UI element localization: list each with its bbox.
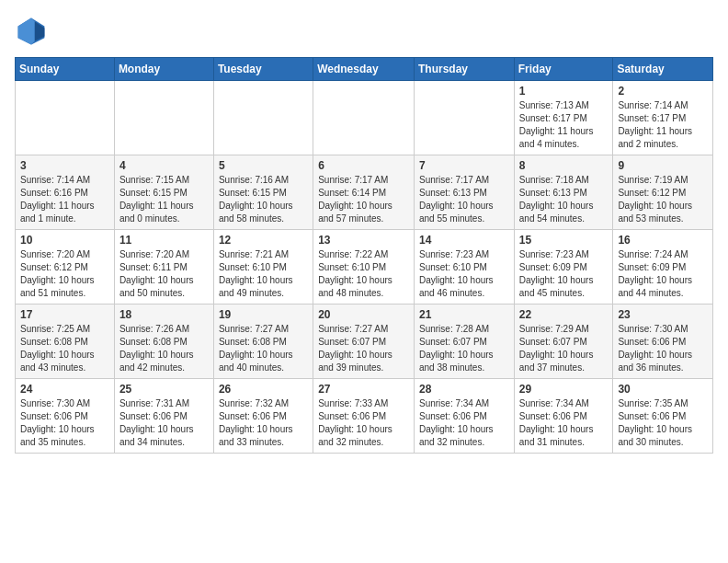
day-info: Sunrise: 7:26 AM Sunset: 6:08 PM Dayligh… [119, 323, 210, 374]
calendar-week-row: 3Sunrise: 7:14 AM Sunset: 6:16 PM Daylig… [16, 155, 713, 230]
day-info: Sunrise: 7:34 AM Sunset: 6:06 PM Dayligh… [419, 397, 510, 449]
calendar-day-cell: 16Sunrise: 7:24 AM Sunset: 6:09 PM Dayli… [613, 230, 713, 304]
calendar-day-cell: 11Sunrise: 7:20 AM Sunset: 6:11 PM Dayli… [114, 230, 213, 304]
calendar-day-cell: 17Sunrise: 7:25 AM Sunset: 6:08 PM Dayli… [16, 304, 115, 379]
calendar-day-cell: 23Sunrise: 7:30 AM Sunset: 6:06 PM Dayli… [613, 304, 713, 379]
day-info: Sunrise: 7:30 AM Sunset: 6:06 PM Dayligh… [618, 323, 709, 374]
day-number: 7 [419, 159, 510, 172]
calendar-day-cell: 4Sunrise: 7:15 AM Sunset: 6:15 PM Daylig… [114, 155, 213, 230]
calendar-day-cell [415, 81, 515, 155]
calendar-day-cell: 14Sunrise: 7:23 AM Sunset: 6:10 PM Dayli… [415, 230, 515, 304]
day-number: 3 [20, 159, 110, 172]
calendar-day-cell: 1Sunrise: 7:13 AM Sunset: 6:17 PM Daylig… [514, 81, 613, 155]
day-number: 18 [119, 308, 210, 321]
calendar-day-cell: 13Sunrise: 7:22 AM Sunset: 6:10 PM Dayli… [313, 230, 415, 304]
calendar-day-cell [213, 81, 313, 155]
calendar-header-row: SundayMondayTuesdayWednesdayThursdayFrid… [16, 58, 713, 81]
page: SundayMondayTuesdayWednesdayThursdayFrid… [0, 0, 728, 465]
day-number: 24 [20, 383, 110, 396]
day-info: Sunrise: 7:18 AM Sunset: 6:13 PM Dayligh… [519, 174, 609, 225]
day-number: 6 [318, 159, 410, 172]
day-number: 5 [219, 159, 309, 172]
calendar-day-cell: 18Sunrise: 7:26 AM Sunset: 6:08 PM Dayli… [114, 304, 213, 379]
calendar-day-cell: 10Sunrise: 7:20 AM Sunset: 6:12 PM Dayli… [16, 230, 115, 304]
calendar-day-cell: 6Sunrise: 7:17 AM Sunset: 6:14 PM Daylig… [313, 155, 415, 230]
day-number: 14 [419, 234, 510, 247]
day-info: Sunrise: 7:17 AM Sunset: 6:14 PM Dayligh… [318, 174, 410, 225]
day-info: Sunrise: 7:33 AM Sunset: 6:06 PM Dayligh… [318, 397, 410, 449]
day-info: Sunrise: 7:16 AM Sunset: 6:15 PM Dayligh… [219, 174, 309, 225]
day-info: Sunrise: 7:28 AM Sunset: 6:07 PM Dayligh… [419, 323, 510, 374]
logo-icon [15, 15, 48, 48]
calendar-day-header: Saturday [613, 58, 713, 81]
calendar-day-header: Wednesday [313, 58, 415, 81]
day-info: Sunrise: 7:27 AM Sunset: 6:08 PM Dayligh… [219, 323, 309, 374]
day-number: 16 [618, 234, 709, 247]
day-info: Sunrise: 7:24 AM Sunset: 6:09 PM Dayligh… [618, 248, 709, 300]
day-info: Sunrise: 7:14 AM Sunset: 6:16 PM Dayligh… [20, 174, 110, 225]
day-number: 10 [20, 234, 110, 247]
calendar-day-cell: 19Sunrise: 7:27 AM Sunset: 6:08 PM Dayli… [213, 304, 313, 379]
day-info: Sunrise: 7:35 AM Sunset: 6:06 PM Dayligh… [618, 397, 709, 449]
calendar-day-header: Monday [114, 58, 213, 81]
day-info: Sunrise: 7:29 AM Sunset: 6:07 PM Dayligh… [519, 323, 609, 374]
day-number: 17 [20, 308, 110, 321]
day-info: Sunrise: 7:20 AM Sunset: 6:11 PM Dayligh… [119, 248, 210, 300]
day-number: 30 [618, 383, 709, 396]
calendar-day-header: Tuesday [213, 58, 313, 81]
calendar-day-cell: 22Sunrise: 7:29 AM Sunset: 6:07 PM Dayli… [514, 304, 613, 379]
day-info: Sunrise: 7:31 AM Sunset: 6:06 PM Dayligh… [119, 397, 210, 449]
day-number: 27 [318, 383, 410, 396]
calendar-day-cell [114, 81, 213, 155]
day-info: Sunrise: 7:13 AM Sunset: 6:17 PM Dayligh… [519, 99, 609, 151]
calendar-day-cell: 3Sunrise: 7:14 AM Sunset: 6:16 PM Daylig… [16, 155, 115, 230]
day-number: 2 [618, 85, 709, 98]
calendar-table: SundayMondayTuesdayWednesdayThursdayFrid… [15, 57, 713, 454]
day-number: 20 [318, 308, 410, 321]
day-number: 15 [519, 234, 609, 247]
calendar-day-cell: 25Sunrise: 7:31 AM Sunset: 6:06 PM Dayli… [114, 379, 213, 454]
day-info: Sunrise: 7:34 AM Sunset: 6:06 PM Dayligh… [519, 397, 609, 449]
calendar-day-cell: 20Sunrise: 7:27 AM Sunset: 6:07 PM Dayli… [313, 304, 415, 379]
day-info: Sunrise: 7:27 AM Sunset: 6:07 PM Dayligh… [318, 323, 410, 374]
calendar-day-cell: 2Sunrise: 7:14 AM Sunset: 6:17 PM Daylig… [613, 81, 713, 155]
calendar-week-row: 1Sunrise: 7:13 AM Sunset: 6:17 PM Daylig… [16, 81, 713, 155]
calendar-day-cell: 21Sunrise: 7:28 AM Sunset: 6:07 PM Dayli… [415, 304, 515, 379]
calendar-day-cell: 24Sunrise: 7:30 AM Sunset: 6:06 PM Dayli… [16, 379, 115, 454]
logo [15, 15, 53, 48]
calendar-week-row: 10Sunrise: 7:20 AM Sunset: 6:12 PM Dayli… [16, 230, 713, 304]
calendar-day-cell: 5Sunrise: 7:16 AM Sunset: 6:15 PM Daylig… [213, 155, 313, 230]
day-info: Sunrise: 7:19 AM Sunset: 6:12 PM Dayligh… [618, 174, 709, 225]
calendar-day-cell: 9Sunrise: 7:19 AM Sunset: 6:12 PM Daylig… [613, 155, 713, 230]
day-number: 8 [519, 159, 609, 172]
day-number: 26 [219, 383, 309, 396]
calendar-day-cell: 7Sunrise: 7:17 AM Sunset: 6:13 PM Daylig… [415, 155, 515, 230]
day-number: 21 [419, 308, 510, 321]
calendar-week-row: 24Sunrise: 7:30 AM Sunset: 6:06 PM Dayli… [16, 379, 713, 454]
day-info: Sunrise: 7:30 AM Sunset: 6:06 PM Dayligh… [20, 397, 110, 449]
day-number: 11 [119, 234, 210, 247]
calendar-day-header: Thursday [415, 58, 515, 81]
header [15, 15, 713, 48]
day-number: 19 [219, 308, 309, 321]
day-number: 23 [618, 308, 709, 321]
day-number: 22 [519, 308, 609, 321]
calendar-day-header: Sunday [16, 58, 115, 81]
calendar-day-cell: 12Sunrise: 7:21 AM Sunset: 6:10 PM Dayli… [213, 230, 313, 304]
calendar-week-row: 17Sunrise: 7:25 AM Sunset: 6:08 PM Dayli… [16, 304, 713, 379]
day-info: Sunrise: 7:32 AM Sunset: 6:06 PM Dayligh… [219, 397, 309, 449]
calendar-day-header: Friday [514, 58, 613, 81]
day-info: Sunrise: 7:15 AM Sunset: 6:15 PM Dayligh… [119, 174, 210, 225]
day-number: 12 [219, 234, 309, 247]
day-info: Sunrise: 7:14 AM Sunset: 6:17 PM Dayligh… [618, 99, 709, 151]
day-info: Sunrise: 7:23 AM Sunset: 6:10 PM Dayligh… [419, 248, 510, 300]
day-number: 4 [119, 159, 210, 172]
day-info: Sunrise: 7:25 AM Sunset: 6:08 PM Dayligh… [20, 323, 110, 374]
calendar-day-cell: 28Sunrise: 7:34 AM Sunset: 6:06 PM Dayli… [415, 379, 515, 454]
day-number: 13 [318, 234, 410, 247]
calendar-day-cell: 8Sunrise: 7:18 AM Sunset: 6:13 PM Daylig… [514, 155, 613, 230]
day-number: 28 [419, 383, 510, 396]
calendar-day-cell: 27Sunrise: 7:33 AM Sunset: 6:06 PM Dayli… [313, 379, 415, 454]
day-number: 25 [119, 383, 210, 396]
day-number: 1 [519, 85, 609, 98]
